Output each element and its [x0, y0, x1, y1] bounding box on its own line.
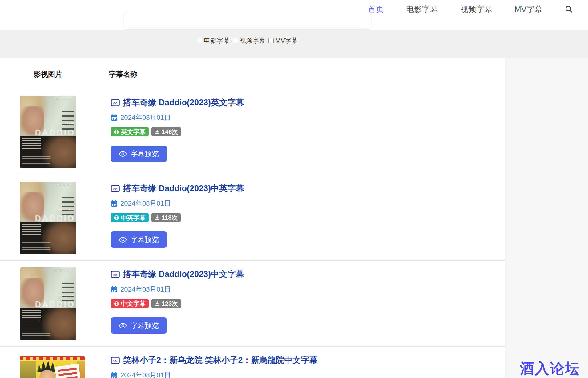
cc-icon: cc [111, 357, 120, 364]
subtitle-title-text: 搭车奇缘 Daddio(2023)中英字幕 [123, 183, 244, 194]
poster-art [22, 310, 41, 321]
main-nav: 首页 电影字幕 视频字幕 MV字幕 [368, 0, 573, 18]
download-count-badge: 118次 [151, 213, 181, 222]
calendar-icon [111, 286, 118, 293]
svg-text:cc: cc [113, 187, 118, 191]
movie-poster-daddio[interactable]: DAKOTA JOHNSON SEAN PENN DADDIO [20, 182, 76, 254]
subtitle-title-text: 搭车奇缘 Daddio(2023)英文字幕 [123, 97, 244, 108]
movie-poster-daddio[interactable]: DAKOTA JOHNSON SEAN PENN DADDIO [20, 267, 76, 340]
cc-icon: cc [111, 271, 120, 278]
poster-credit-text: DAKOTA JOHNSON [51, 269, 75, 272]
row-details: cc 搭车奇缘 Daddio(2023)英文字幕 2024年08月01日 [111, 89, 449, 162]
subtitle-title-link[interactable]: cc 搭车奇缘 Daddio(2023)英文字幕 [111, 97, 449, 108]
language-badge-text: 中文字幕 [121, 300, 146, 308]
preview-button-label: 字幕预览 [131, 235, 159, 244]
poster-art [62, 197, 74, 215]
poster-credit-text: DAKOTA JOHNSON [51, 98, 75, 100]
language-badge-text: 英文字幕 [121, 128, 146, 136]
filter-movie-subtitles[interactable]: 电影字幕 [197, 36, 230, 45]
eye-icon [119, 237, 127, 243]
eye-icon [119, 151, 127, 157]
hero-band: 电影字幕 视频字幕 MV字幕 [0, 30, 588, 58]
date-line: 2024年08月01日 [111, 285, 449, 294]
date-line: 2024年08月01日 [111, 371, 449, 378]
subtitle-title-link[interactable]: cc 搭车奇缘 Daddio(2023)中文字幕 [111, 269, 449, 280]
upload-date: 2024年08月01日 [120, 371, 171, 378]
forum-watermark: 酒入论坛 [520, 359, 580, 378]
globe-icon [114, 129, 119, 135]
filter-mv-subtitles[interactable]: MV字幕 [268, 36, 298, 45]
globe-icon [114, 301, 119, 306]
language-badge: 中文字幕 [111, 299, 149, 308]
download-icon [155, 129, 160, 135]
language-badge: 英文字幕 [111, 127, 149, 136]
upload-date: 2024年08月01日 [120, 285, 171, 294]
cc-icon: cc [111, 99, 120, 106]
poster-art [22, 224, 41, 235]
poster-art [22, 156, 50, 165]
subtitle-title-text: 搭车奇缘 Daddio(2023)中文字幕 [123, 269, 244, 280]
badge-line: 中文字幕 123次 [111, 299, 449, 308]
column-header-name: 字幕名称 [109, 70, 137, 79]
download-count-text: 123次 [162, 300, 178, 308]
eye-icon [119, 323, 127, 328]
download-icon [155, 215, 160, 220]
poster-art [58, 368, 78, 378]
download-count-badge: 146次 [151, 127, 181, 136]
svg-text:cc: cc [113, 101, 118, 105]
row-details: cc 搭车奇缘 Daddio(2023)中英字幕 2024年08月01日 [111, 175, 449, 248]
download-count-text: 118次 [162, 214, 178, 222]
date-line: 2024年08月01日 [111, 199, 449, 208]
nav-item-movie-subtitles[interactable]: 电影字幕 [406, 4, 438, 15]
filter-label: 电影字幕 [204, 36, 230, 45]
nav-item-video-subtitles[interactable]: 视频字幕 [460, 4, 492, 15]
language-badge-text: 中英字幕 [121, 214, 146, 222]
checkbox-icon[interactable] [197, 38, 202, 43]
subtitle-title-link[interactable]: cc 笑林小子2：新乌龙院 笑林小子2：新烏龍院中文字幕 [111, 355, 449, 366]
filter-label: MV字幕 [275, 36, 298, 45]
movie-poster-shaolin-popey[interactable] [20, 356, 85, 378]
poster-art [22, 242, 50, 251]
svg-text:cc: cc [113, 272, 118, 277]
preview-button-label: 字幕预览 [131, 321, 159, 330]
download-count-text: 146次 [162, 128, 178, 136]
poster-credit-text: SEAN PENN [40, 294, 74, 297]
subtitle-title-text: 笑林小子2：新乌龙院 笑林小子2：新烏龍院中文字幕 [123, 355, 318, 366]
row-details: cc 搭车奇缘 Daddio(2023)中文字幕 2024年08月01日 [111, 261, 449, 334]
poster-art [22, 328, 50, 337]
poster-art [62, 111, 74, 130]
calendar-icon [111, 372, 118, 378]
table-row: cc 笑林小子2：新乌龙院 笑林小子2：新烏龍院中文字幕 2024年08月01日 [0, 347, 505, 378]
preview-button-label: 字幕预览 [131, 149, 159, 159]
subtitle-preview-button[interactable]: 字幕预览 [111, 231, 167, 248]
poster-art [62, 283, 74, 301]
subtitle-preview-button[interactable]: 字幕预览 [111, 146, 167, 162]
checkbox-icon[interactable] [268, 38, 274, 43]
poster-credit-text: SEAN PENN [40, 208, 74, 211]
table-header-row: 影视图片 字幕名称 [0, 58, 505, 89]
checkbox-icon[interactable] [233, 38, 238, 43]
search-icon[interactable] [565, 5, 573, 14]
globe-icon [114, 215, 119, 220]
subtitle-list-panel: 影视图片 字幕名称 DAKOTA JOHNSON SEAN PENN DADDI… [0, 58, 505, 378]
filter-checkbox-group: 电影字幕 视频字幕 MV字幕 [124, 36, 371, 45]
badge-line: 中英字幕 118次 [111, 213, 449, 222]
search-input[interactable] [124, 12, 371, 30]
calendar-icon [111, 114, 118, 121]
language-badge: 中英字幕 [111, 213, 149, 222]
download-count-badge: 123次 [151, 299, 181, 308]
subtitle-preview-button[interactable]: 字幕预览 [111, 317, 167, 334]
upload-date: 2024年08月01日 [120, 113, 171, 122]
table-row: DAKOTA JOHNSON SEAN PENN DADDIO cc 搭车奇缘 … [0, 175, 505, 261]
movie-poster-daddio[interactable]: DAKOTA JOHNSON SEAN PENN DADDIO [20, 96, 76, 168]
nav-item-mv-subtitles[interactable]: MV字幕 [514, 4, 542, 15]
calendar-icon [111, 200, 118, 207]
poster-art [23, 357, 82, 360]
badge-line: 英文字幕 146次 [111, 127, 449, 136]
date-line: 2024年08月01日 [111, 113, 449, 122]
upload-date: 2024年08月01日 [120, 199, 171, 208]
filter-video-subtitles[interactable]: 视频字幕 [233, 36, 265, 45]
poster-credit-text: DAKOTA JOHNSON [51, 183, 75, 186]
poster-art [20, 361, 36, 378]
subtitle-title-link[interactable]: cc 搭车奇缘 Daddio(2023)中英字幕 [111, 183, 449, 194]
